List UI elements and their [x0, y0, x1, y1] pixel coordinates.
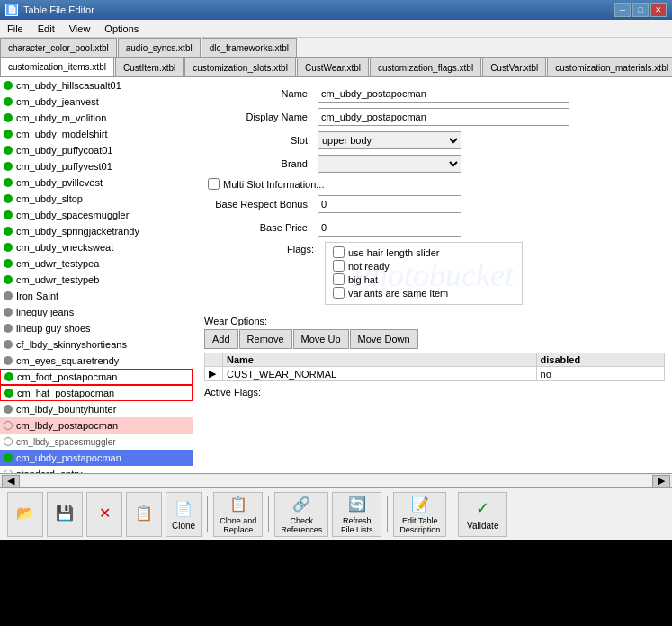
list-item[interactable]: lineguy jeans [0, 304, 193, 320]
flag-variants-label: variants are same item [348, 288, 448, 299]
table-row[interactable]: ▶ CUST_WEAR_NORMAL no [205, 367, 665, 381]
refresh-button[interactable]: 🔄 Refresh File Lists [332, 492, 381, 537]
list-item[interactable]: cm_lbdy_bountyhunter [0, 401, 193, 417]
title-bar: 📄 Table File Editor ─ □ ✕ [0, 0, 672, 20]
list-item[interactable]: cf_lbdy_skinnyshortieans [0, 336, 193, 353]
col-disabled: disabled [536, 353, 664, 367]
horizontal-scrollbar[interactable]: ◀ ▶ [0, 473, 672, 487]
multi-slot-checkbox[interactable] [208, 178, 220, 190]
list-item-foot-postapocman[interactable]: cm_foot_postapocman [0, 369, 193, 385]
remove-button[interactable]: Remove [239, 329, 292, 349]
minimize-button[interactable]: ─ [614, 3, 631, 17]
edit-table-button[interactable]: 📝 Edit Table Description [393, 492, 446, 537]
copy-button[interactable]: 📋 [126, 492, 162, 537]
menu-bar: File Edit View Options [0, 20, 672, 38]
edit-table-icon: 📝 [409, 495, 431, 514]
list-item[interactable]: cm_ubdy_spacesmuggler [0, 207, 193, 223]
save-button[interactable]: 💾 [47, 492, 83, 537]
dot-icon [4, 437, 13, 446]
delete-icon: ✕ [94, 503, 115, 524]
delete-button[interactable]: ✕ [86, 492, 122, 537]
check-references-icon: 🔗 [291, 495, 312, 514]
slot-label: Slot: [201, 135, 318, 146]
flag-variants-checkbox[interactable] [333, 287, 345, 299]
active-flags-label: Active Flags: [204, 387, 261, 398]
scroll-left-button[interactable]: ◀ [2, 475, 20, 487]
tab-customization-slots[interactable]: customization_slots.xtbl [184, 58, 296, 76]
validate-button[interactable]: ✓ Validate [458, 492, 507, 537]
tab-cust-item[interactable]: CustItem.xtbl [115, 58, 184, 76]
item-label: standard_entry [16, 469, 82, 473]
flag-not-ready-checkbox[interactable] [333, 260, 345, 272]
display-name-input[interactable] [318, 108, 569, 126]
list-item[interactable]: cm_ubdy_pvillevest [0, 174, 193, 191]
scroll-track[interactable] [20, 475, 652, 487]
item-label: cm_lbdy_spacesmuggler [16, 437, 116, 447]
edit-table-label: Edit Table Description [399, 516, 440, 534]
name-input[interactable] [318, 85, 569, 103]
flag-big-hat-checkbox[interactable] [333, 273, 345, 285]
list-item[interactable]: cm_ubdy_m_volition [0, 110, 193, 126]
close-button[interactable]: ✕ [650, 3, 667, 17]
list-item-lbdy-postapocman[interactable]: cm_lbdy_postapocman [0, 417, 193, 434]
item-label: lineguy jeans [16, 307, 74, 317]
menu-edit[interactable]: Edit [31, 20, 62, 37]
item-label: cm_udwr_testypea [16, 258, 99, 269]
slot-select[interactable]: upper body [318, 131, 461, 149]
add-button[interactable]: Add [204, 329, 238, 349]
clone-replace-button[interactable]: 📋 Clone and Replace [213, 492, 263, 537]
open-button[interactable]: 📂 [7, 492, 43, 537]
list-item[interactable]: cm_ubdy_hillscasualt01 [0, 77, 193, 94]
check-references-button[interactable]: 🔗 Check References [274, 492, 328, 537]
list-item[interactable]: cm_ubdy_puffycoat01 [0, 142, 193, 158]
item-label: cm_ubdy_modelshirt [16, 129, 108, 139]
list-item[interactable]: lineup guy shoes [0, 320, 193, 336]
list-item[interactable]: cm_ubdy_vnecksweat [0, 239, 193, 255]
left-panel[interactable]: cm_ubdy_hillscasualt01 cm_ubdy_jeanvest … [0, 77, 193, 473]
list-item[interactable]: cm_ubdy_springjacketrandy [0, 223, 193, 239]
list-item[interactable]: standard_entry [0, 466, 193, 473]
list-item-hat-postapocman[interactable]: cm_hat_postapocman [0, 385, 193, 401]
menu-options[interactable]: Options [97, 20, 146, 37]
tab-customization-materials[interactable]: customization_materials.xtbl [547, 58, 672, 76]
tab-customization-items[interactable]: customization_items.xtbl [0, 58, 114, 76]
menu-view[interactable]: View [62, 20, 98, 37]
row-name: CUST_WEAR_NORMAL [223, 367, 537, 381]
list-item[interactable]: cm_ubdy_puffyvest01 [0, 158, 193, 174]
base-price-input[interactable] [318, 219, 461, 237]
tab-audio-syncs[interactable]: audio_syncs.xtbl [118, 38, 201, 57]
list-item[interactable]: cm_eyes_squaretrendy [0, 353, 193, 369]
clone-button[interactable]: 📄 Clone [166, 492, 202, 537]
list-item[interactable]: cm_udwr_testypea [0, 255, 193, 272]
list-item[interactable]: cm_ubdy_jeanvest [0, 94, 193, 110]
move-down-button[interactable]: Move Down [350, 329, 418, 349]
base-respect-input[interactable] [318, 195, 461, 213]
tab-cust-var[interactable]: CustVar.xtbl [482, 58, 546, 76]
separator [452, 496, 452, 532]
tab-row-2: customization_items.xtbl CustItem.xtbl c… [0, 58, 672, 77]
dot-icon [4, 162, 13, 171]
list-item[interactable]: cm_ubdy_sltop [0, 191, 193, 207]
tab-char-color[interactable]: character_color_pool.xtbl [0, 38, 117, 57]
scroll-right-button[interactable]: ▶ [652, 475, 670, 487]
flag-not-ready-label: not ready [348, 261, 390, 272]
refresh-icon: 🔄 [346, 495, 368, 514]
tab-dlc-frameworks[interactable]: dlc_frameworks.xtbl [202, 38, 297, 57]
list-item[interactable]: cm_ubdy_modelshirt [0, 126, 193, 142]
move-up-button[interactable]: Move Up [293, 329, 349, 349]
maximize-button[interactable]: □ [632, 3, 649, 17]
dot-icon [4, 146, 13, 155]
row-expand[interactable]: ▶ [205, 367, 223, 381]
list-item[interactable]: Iron Saint [0, 288, 193, 304]
clone-replace-label: Clone and Replace [220, 516, 256, 534]
tab-cust-wear[interactable]: CustWear.xtbl [297, 58, 369, 76]
flag-hair-checkbox[interactable] [333, 246, 345, 258]
list-item[interactable]: cm_lbdy_spacesmuggler [0, 434, 193, 450]
menu-file[interactable]: File [0, 20, 31, 37]
list-item[interactable]: cm_udwr_testypeb [0, 272, 193, 288]
multi-slot-row: Multi Slot Information... [208, 178, 665, 190]
list-item-ubdy-postapocman-selected[interactable]: cm_ubdy_postapocman [0, 450, 193, 466]
tab-customization-flags[interactable]: customization_flags.xtbl [370, 58, 481, 76]
item-label: cm_udwr_testypeb [16, 274, 99, 285]
brand-select[interactable] [318, 155, 461, 173]
